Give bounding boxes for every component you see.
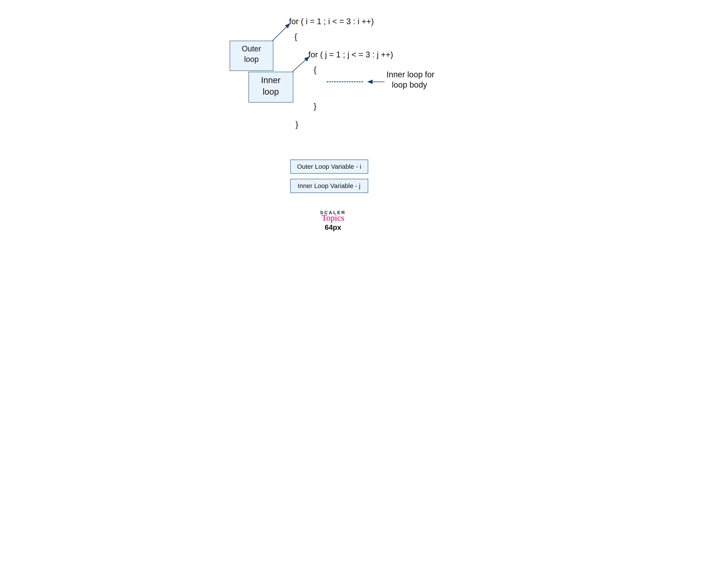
outer-loop-label-line2: loop — [230, 54, 273, 65]
scaler-logo: SCALER Topics 64px — [317, 210, 349, 231]
outer-loop-label-line1: Outer — [230, 44, 273, 54]
outer-close-brace: } — [295, 120, 298, 129]
inner-loop-label-line2: loop — [249, 86, 293, 97]
legend-inner-var: Inner Loop Variable - j — [290, 179, 368, 193]
logo-sub: Topics — [317, 214, 349, 222]
inner-body-label-line1: Inner loop for — [387, 70, 435, 80]
inner-loop-label-box: Inner loop — [249, 72, 293, 103]
outer-for-line: for ( i = 1 ; i < = 3 : i ++) — [289, 17, 374, 26]
outer-loop-label-box: Outer loop — [230, 41, 274, 71]
inner-for-line: for ( j = 1 ; j < = 3 : j ++) — [308, 50, 393, 59]
arrow-inner-loop — [292, 57, 309, 72]
inner-body-label: Inner loop for loop body — [387, 70, 435, 90]
inner-loop-label-line1: Inner — [249, 74, 293, 86]
arrows-overlay — [200, 0, 528, 261]
inner-close-brace: } — [314, 102, 317, 111]
legend-outer-var: Outer Loop Variable - i — [290, 159, 368, 174]
arrow-outer-loop — [272, 24, 290, 41]
logo-px: 64px — [317, 223, 349, 231]
inner-body-label-line2: loop body — [387, 80, 435, 90]
inner-body-placeholder — [327, 81, 363, 82]
diagram-canvas: for ( i = 1 ; i < = 3 : i ++) { for ( j … — [200, 0, 528, 261]
inner-open-brace: { — [314, 65, 317, 75]
outer-open-brace: { — [294, 32, 297, 41]
